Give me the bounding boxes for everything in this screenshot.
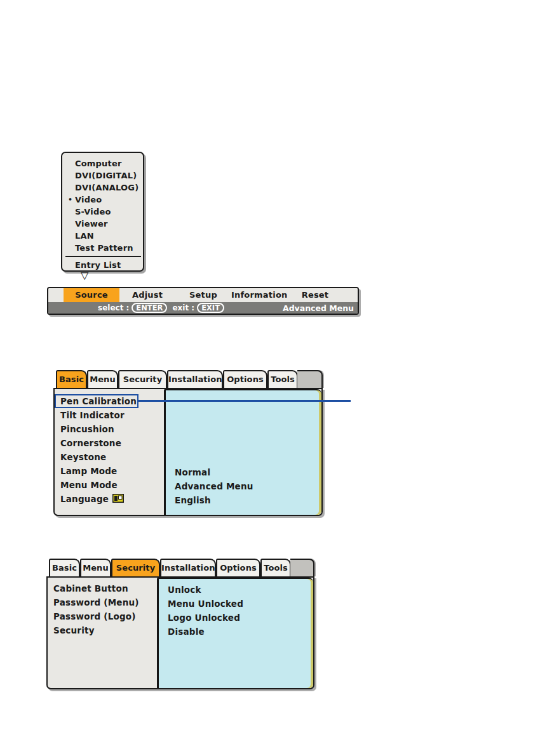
security-menu-tab-row: Basic Menu Security Installation Options… bbox=[46, 559, 314, 576]
menu-bar-items-row: Source Adjust Setup Information Reset bbox=[48, 288, 358, 302]
tab-row-filler bbox=[290, 559, 314, 576]
menu-item-label: Pincushion bbox=[60, 422, 114, 436]
basic-menu-tab-row: Basic Menu Security Installation Options… bbox=[53, 370, 323, 388]
security-menu-body: Cabinet Button Password (Menu) Password … bbox=[46, 576, 314, 689]
menu-bar-item-reset[interactable]: Reset bbox=[287, 288, 343, 302]
menu-item-label: Password (Logo) bbox=[53, 609, 136, 623]
menu-bar-item-information[interactable]: Information bbox=[231, 288, 287, 302]
value-lamp-mode: Normal bbox=[166, 465, 321, 479]
source-item-s-video[interactable]: S-Video bbox=[62, 206, 143, 218]
source-item-label: DVI(ANALOG) bbox=[75, 183, 138, 192]
menu-item-label: Pen Calibration bbox=[60, 396, 137, 407]
tab-row-filler bbox=[297, 370, 323, 388]
manual-page: Computer DVI(DIGITAL) DVI(ANALOG) • Vide… bbox=[0, 0, 533, 756]
basic-menu-tab-options[interactable]: Options bbox=[223, 370, 267, 388]
source-item-lan[interactable]: LAN bbox=[62, 230, 143, 242]
basic-menu-tab-basic[interactable]: Basic bbox=[56, 370, 87, 388]
source-item-label: LAN bbox=[75, 231, 94, 241]
menu-item-cornerstone[interactable]: Cornerstone bbox=[55, 436, 164, 450]
basic-menu-value-panel: Normal Advanced Menu English bbox=[164, 389, 321, 515]
security-menu-tab-basic[interactable]: Basic bbox=[49, 559, 80, 576]
advanced-menu-badge: Advanced Menu bbox=[283, 303, 358, 313]
value-menu-mode: Advanced Menu bbox=[166, 479, 321, 493]
pen-calibration-callout-line bbox=[138, 400, 351, 402]
menu-item-label: Keystone bbox=[60, 450, 106, 464]
source-item-label: Computer bbox=[75, 159, 122, 168]
basic-menu-body: Pen Calibration Tilt Indicator Pincushio… bbox=[53, 388, 323, 516]
menu-bar-item-setup[interactable]: Setup bbox=[175, 288, 231, 302]
security-menu-tab-security[interactable]: Security bbox=[111, 559, 160, 576]
security-menu-tab-tools[interactable]: Tools bbox=[260, 559, 291, 576]
value-security: Disable bbox=[159, 625, 313, 639]
menu-item-label: Password (Menu) bbox=[53, 595, 139, 609]
select-hint-label: select : bbox=[98, 303, 129, 312]
source-item-label: Test Pattern bbox=[75, 243, 133, 253]
menu-item-security[interactable]: Security bbox=[48, 623, 157, 637]
menu-bar-status-row: select : ENTER exit : EXIT Advanced Menu bbox=[48, 302, 358, 314]
menu-continuation-arrow-icon: ▽ bbox=[81, 270, 88, 281]
menu-bar-item-adjust[interactable]: Adjust bbox=[119, 288, 175, 302]
main-menu-bar: Source Adjust Setup Information Reset se… bbox=[47, 287, 359, 315]
source-item-video[interactable]: • Video bbox=[62, 194, 143, 206]
menu-bar-item-source[interactable]: Source bbox=[64, 288, 119, 302]
menu-item-label: Language bbox=[60, 492, 109, 506]
menu-item-tilt-indicator[interactable]: Tilt Indicator bbox=[55, 408, 164, 422]
basic-menu-tab-security[interactable]: Security bbox=[118, 370, 167, 388]
selected-source-bullet-icon: • bbox=[68, 194, 72, 206]
basic-menu-item-column: Pen Calibration Tilt Indicator Pincushio… bbox=[55, 389, 164, 515]
menu-item-menu-mode[interactable]: Menu Mode bbox=[55, 478, 164, 492]
source-list-menu: Computer DVI(DIGITAL) DVI(ANALOG) • Vide… bbox=[61, 152, 144, 272]
menu-item-password-logo[interactable]: Password (Logo) bbox=[48, 609, 157, 623]
menu-item-label: Menu Mode bbox=[60, 478, 118, 492]
basic-menu-tab-installation[interactable]: Installation bbox=[167, 370, 223, 388]
security-menu-tab-options[interactable]: Options bbox=[216, 559, 260, 576]
value-password-logo: Logo Unlocked bbox=[159, 611, 313, 625]
source-item-label: DVI(DIGITAL) bbox=[75, 171, 137, 180]
menu-item-label: Lamp Mode bbox=[60, 464, 117, 478]
menu-item-password-menu[interactable]: Password (Menu) bbox=[48, 595, 157, 609]
value-password-menu: Menu Unlocked bbox=[159, 597, 313, 611]
security-menu-value-panel: Unlock Menu Unlocked Logo Unlocked Disab… bbox=[157, 578, 313, 688]
enter-key-badge: ENTER bbox=[132, 303, 167, 313]
basic-menu-tab-tools[interactable]: Tools bbox=[267, 370, 298, 388]
menu-item-pincushion[interactable]: Pincushion bbox=[55, 422, 164, 436]
source-item-viewer[interactable]: Viewer bbox=[62, 218, 143, 230]
security-menu-tab-installation[interactable]: Installation bbox=[160, 559, 216, 576]
menu-item-label: Tilt Indicator bbox=[60, 408, 125, 422]
source-list-divider bbox=[65, 256, 141, 257]
menu-item-label: Cornerstone bbox=[60, 436, 121, 450]
source-item-label: Entry List bbox=[75, 260, 121, 270]
basic-menu-window: Basic Menu Security Installation Options… bbox=[53, 370, 323, 516]
exit-key-badge: EXIT bbox=[197, 303, 224, 313]
security-menu-item-column: Cabinet Button Password (Menu) Password … bbox=[48, 578, 157, 688]
exit-hint-label: exit : bbox=[172, 303, 194, 312]
source-item-test-pattern[interactable]: Test Pattern bbox=[62, 242, 143, 254]
menu-item-label: Security bbox=[53, 623, 95, 637]
menu-item-language[interactable]: Language bbox=[55, 492, 164, 506]
source-item-label: S-Video bbox=[75, 207, 111, 216]
menu-item-pen-calibration[interactable]: Pen Calibration bbox=[55, 394, 138, 408]
language-icon bbox=[112, 493, 124, 507]
value-language: English bbox=[166, 493, 321, 507]
source-item-entry-list[interactable]: Entry List bbox=[62, 258, 143, 271]
source-item-label: Video bbox=[75, 195, 102, 204]
basic-menu-tab-menu[interactable]: Menu bbox=[87, 370, 118, 388]
menu-item-lamp-mode[interactable]: Lamp Mode bbox=[55, 464, 164, 478]
menu-item-cabinet-button[interactable]: Cabinet Button bbox=[48, 581, 157, 595]
source-item-label: Viewer bbox=[75, 219, 108, 229]
menu-item-label: Cabinet Button bbox=[53, 581, 128, 595]
source-item-dvi-analog[interactable]: DVI(ANALOG) bbox=[62, 182, 143, 194]
security-menu-tab-menu[interactable]: Menu bbox=[80, 559, 111, 576]
menu-item-keystone[interactable]: Keystone bbox=[55, 450, 164, 464]
source-item-dvi-digital[interactable]: DVI(DIGITAL) bbox=[62, 169, 143, 182]
source-item-computer[interactable]: Computer bbox=[62, 157, 143, 169]
value-cabinet-button: Unlock bbox=[159, 583, 313, 597]
security-menu-window: Basic Menu Security Installation Options… bbox=[46, 559, 314, 689]
